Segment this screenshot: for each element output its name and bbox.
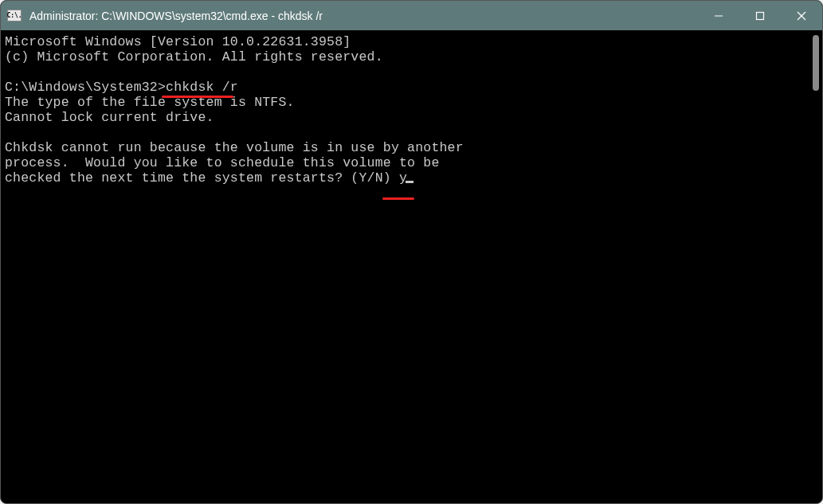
version-line: Microsoft Windows [Version 10.0.22631.39…	[5, 34, 351, 49]
close-icon	[797, 11, 806, 21]
window-title: Administrator: C:\WINDOWS\system32\cmd.e…	[29, 10, 698, 22]
text-cursor	[406, 181, 413, 183]
command-prompt-window: C:\. Administrator: C:\WINDOWS\system32\…	[0, 0, 823, 504]
svg-rect-1	[757, 12, 764, 19]
cmd-icon: C:\.	[7, 10, 22, 21]
output-lock-fail: Cannot lock current drive.	[5, 110, 214, 125]
prompt-text: C:\Windows\System32>	[5, 80, 166, 95]
minimize-icon	[714, 11, 723, 21]
copyright-line: (c) Microsoft Corporation. All rights re…	[5, 49, 383, 64]
output-prompt-question: checked the next time the system restart…	[5, 170, 399, 186]
close-button[interactable]	[781, 1, 822, 30]
minimize-button[interactable]	[698, 1, 739, 30]
output-msg-2: process. Would you like to schedule this…	[5, 155, 440, 170]
terminal-area-wrap: Microsoft Windows [Version 10.0.22631.39…	[1, 30, 822, 503]
window-controls	[698, 1, 822, 30]
output-fs-type: The type of the file system is NTFS.	[5, 95, 295, 110]
red-underline-annotation	[162, 96, 233, 98]
red-underline-annotation-2	[382, 197, 414, 200]
user-input-y: y	[399, 170, 407, 186]
maximize-button[interactable]	[739, 1, 781, 30]
titlebar[interactable]: C:\. Administrator: C:\WINDOWS\system32\…	[1, 1, 822, 30]
terminal-output[interactable]: Microsoft Windows [Version 10.0.22631.39…	[5, 34, 808, 499]
output-msg-1: Chkdsk cannot run because the volume is …	[5, 140, 464, 155]
entered-command: chkdsk /r	[166, 80, 238, 95]
maximize-icon	[755, 11, 765, 21]
vertical-scrollbar[interactable]	[813, 35, 819, 91]
